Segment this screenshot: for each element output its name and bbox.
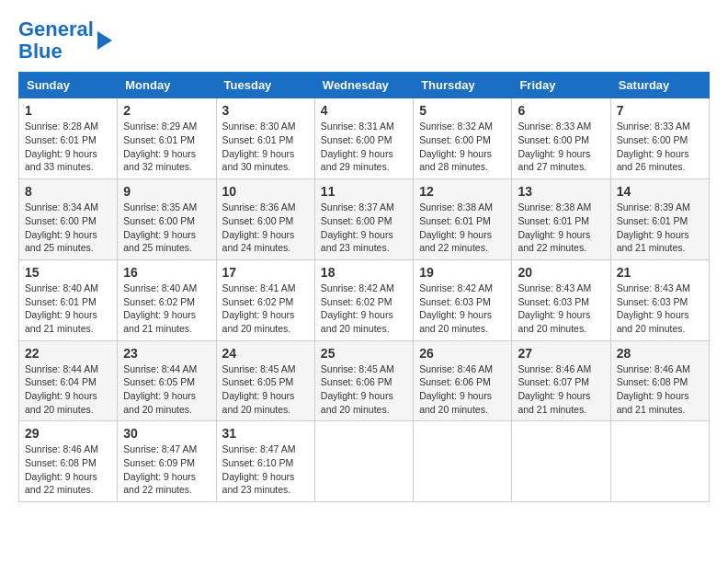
day-number: 9 bbox=[123, 184, 210, 199]
day-number: 15 bbox=[25, 265, 111, 280]
day-info: Sunrise: 8:28 AM Sunset: 6:01 PM Dayligh… bbox=[25, 120, 111, 174]
day-info: Sunrise: 8:46 AM Sunset: 6:06 PM Dayligh… bbox=[419, 362, 506, 417]
day-info: Sunrise: 8:30 AM Sunset: 6:01 PM Dayligh… bbox=[222, 120, 309, 174]
day-number: 22 bbox=[25, 346, 111, 361]
calendar-day-cell: 12 Sunrise: 8:38 AM Sunset: 6:01 PM Dayl… bbox=[414, 179, 512, 260]
calendar-week-row: 1 Sunrise: 8:28 AM Sunset: 6:01 PM Dayli… bbox=[19, 98, 710, 179]
day-info: Sunrise: 8:43 AM Sunset: 6:03 PM Dayligh… bbox=[617, 282, 703, 336]
day-info: Sunrise: 8:42 AM Sunset: 6:03 PM Dayligh… bbox=[419, 282, 506, 336]
day-number: 30 bbox=[123, 426, 210, 441]
day-info: Sunrise: 8:46 AM Sunset: 6:08 PM Dayligh… bbox=[25, 442, 111, 497]
day-info: Sunrise: 8:37 AM Sunset: 6:00 PM Dayligh… bbox=[321, 201, 407, 255]
day-number: 4 bbox=[321, 103, 407, 118]
day-info: Sunrise: 8:47 AM Sunset: 6:09 PM Dayligh… bbox=[123, 442, 210, 497]
calendar-day-cell: 28 Sunrise: 8:46 AM Sunset: 6:08 PM Dayl… bbox=[610, 340, 709, 421]
calendar-day-cell: 19 Sunrise: 8:42 AM Sunset: 6:03 PM Dayl… bbox=[414, 259, 512, 340]
day-number: 14 bbox=[617, 184, 703, 199]
empty-cell bbox=[610, 421, 709, 502]
calendar-week-row: 15 Sunrise: 8:40 AM Sunset: 6:01 PM Dayl… bbox=[19, 259, 710, 340]
day-info: Sunrise: 8:40 AM Sunset: 6:02 PM Dayligh… bbox=[123, 282, 210, 336]
column-header-tuesday: Tuesday bbox=[216, 73, 314, 98]
day-info: Sunrise: 8:45 AM Sunset: 6:05 PM Dayligh… bbox=[222, 362, 309, 417]
day-info: Sunrise: 8:44 AM Sunset: 6:05 PM Dayligh… bbox=[123, 362, 210, 417]
calendar-day-cell: 26 Sunrise: 8:46 AM Sunset: 6:06 PM Dayl… bbox=[414, 340, 512, 421]
calendar-day-cell: 9 Sunrise: 8:35 AM Sunset: 6:00 PM Dayli… bbox=[118, 179, 216, 260]
day-number: 7 bbox=[617, 103, 703, 118]
day-number: 29 bbox=[25, 426, 111, 441]
logo: General Blue bbox=[18, 18, 112, 63]
day-number: 12 bbox=[419, 184, 506, 199]
day-info: Sunrise: 8:32 AM Sunset: 6:00 PM Dayligh… bbox=[419, 120, 506, 174]
column-header-sunday: Sunday bbox=[19, 73, 118, 98]
day-number: 5 bbox=[419, 103, 506, 118]
day-info: Sunrise: 8:33 AM Sunset: 6:00 PM Dayligh… bbox=[518, 120, 604, 174]
day-number: 31 bbox=[222, 426, 309, 441]
column-header-thursday: Thursday bbox=[414, 73, 512, 98]
day-info: Sunrise: 8:33 AM Sunset: 6:00 PM Dayligh… bbox=[617, 120, 703, 174]
calendar-day-cell: 23 Sunrise: 8:44 AM Sunset: 6:05 PM Dayl… bbox=[118, 340, 216, 421]
day-info: Sunrise: 8:40 AM Sunset: 6:01 PM Dayligh… bbox=[25, 282, 111, 336]
day-info: Sunrise: 8:36 AM Sunset: 6:00 PM Dayligh… bbox=[222, 201, 309, 255]
calendar-week-row: 22 Sunrise: 8:44 AM Sunset: 6:04 PM Dayl… bbox=[19, 340, 710, 421]
day-info: Sunrise: 8:34 AM Sunset: 6:00 PM Dayligh… bbox=[25, 201, 111, 255]
column-header-monday: Monday bbox=[118, 73, 216, 98]
day-number: 11 bbox=[321, 184, 407, 199]
calendar-day-cell: 7 Sunrise: 8:33 AM Sunset: 6:00 PM Dayli… bbox=[610, 98, 709, 179]
day-number: 16 bbox=[123, 265, 210, 280]
calendar-day-cell: 10 Sunrise: 8:36 AM Sunset: 6:00 PM Dayl… bbox=[216, 179, 314, 260]
day-number: 26 bbox=[419, 346, 506, 361]
calendar-day-cell: 30 Sunrise: 8:47 AM Sunset: 6:09 PM Dayl… bbox=[118, 421, 216, 502]
day-number: 18 bbox=[321, 265, 407, 280]
calendar-day-cell: 13 Sunrise: 8:38 AM Sunset: 6:01 PM Dayl… bbox=[512, 179, 610, 260]
day-number: 1 bbox=[25, 103, 111, 118]
calendar-day-cell: 11 Sunrise: 8:37 AM Sunset: 6:00 PM Dayl… bbox=[314, 179, 413, 260]
calendar-day-cell: 22 Sunrise: 8:44 AM Sunset: 6:04 PM Dayl… bbox=[19, 340, 118, 421]
day-number: 24 bbox=[222, 346, 309, 361]
day-info: Sunrise: 8:38 AM Sunset: 6:01 PM Dayligh… bbox=[518, 201, 604, 255]
calendar-table: SundayMondayTuesdayWednesdayThursdayFrid… bbox=[18, 72, 710, 502]
day-number: 13 bbox=[518, 184, 604, 199]
calendar-day-cell: 5 Sunrise: 8:32 AM Sunset: 6:00 PM Dayli… bbox=[414, 98, 512, 179]
day-number: 8 bbox=[25, 184, 111, 199]
day-number: 27 bbox=[518, 346, 604, 361]
day-number: 23 bbox=[123, 346, 210, 361]
day-number: 21 bbox=[617, 265, 703, 280]
logo-line1: General bbox=[18, 18, 94, 40]
day-number: 25 bbox=[321, 346, 407, 361]
day-number: 19 bbox=[419, 265, 506, 280]
day-number: 17 bbox=[222, 265, 309, 280]
calendar-day-cell: 17 Sunrise: 8:41 AM Sunset: 6:02 PM Dayl… bbox=[216, 259, 314, 340]
day-number: 3 bbox=[222, 103, 309, 118]
day-info: Sunrise: 8:38 AM Sunset: 6:01 PM Dayligh… bbox=[419, 201, 506, 255]
column-header-wednesday: Wednesday bbox=[314, 73, 413, 98]
day-info: Sunrise: 8:46 AM Sunset: 6:07 PM Dayligh… bbox=[518, 362, 604, 417]
calendar-day-cell: 16 Sunrise: 8:40 AM Sunset: 6:02 PM Dayl… bbox=[118, 259, 216, 340]
empty-cell bbox=[512, 421, 610, 502]
calendar-day-cell: 27 Sunrise: 8:46 AM Sunset: 6:07 PM Dayl… bbox=[512, 340, 610, 421]
day-number: 2 bbox=[123, 103, 210, 118]
day-info: Sunrise: 8:46 AM Sunset: 6:08 PM Dayligh… bbox=[617, 362, 703, 417]
calendar-header-row: SundayMondayTuesdayWednesdayThursdayFrid… bbox=[19, 73, 710, 98]
calendar-day-cell: 18 Sunrise: 8:42 AM Sunset: 6:02 PM Dayl… bbox=[314, 259, 413, 340]
day-number: 28 bbox=[617, 346, 703, 361]
calendar-day-cell: 4 Sunrise: 8:31 AM Sunset: 6:00 PM Dayli… bbox=[314, 98, 413, 179]
calendar-day-cell: 1 Sunrise: 8:28 AM Sunset: 6:01 PM Dayli… bbox=[19, 98, 118, 179]
calendar-day-cell: 8 Sunrise: 8:34 AM Sunset: 6:00 PM Dayli… bbox=[19, 179, 118, 260]
day-number: 6 bbox=[518, 103, 604, 118]
day-info: Sunrise: 8:31 AM Sunset: 6:00 PM Dayligh… bbox=[321, 120, 407, 174]
calendar-day-cell: 6 Sunrise: 8:33 AM Sunset: 6:00 PM Dayli… bbox=[512, 98, 610, 179]
empty-cell bbox=[414, 421, 512, 502]
calendar-day-cell: 20 Sunrise: 8:43 AM Sunset: 6:03 PM Dayl… bbox=[512, 259, 610, 340]
day-info: Sunrise: 8:42 AM Sunset: 6:02 PM Dayligh… bbox=[321, 282, 407, 336]
day-info: Sunrise: 8:45 AM Sunset: 6:06 PM Dayligh… bbox=[321, 362, 407, 417]
calendar-day-cell: 2 Sunrise: 8:29 AM Sunset: 6:01 PM Dayli… bbox=[118, 98, 216, 179]
day-number: 20 bbox=[518, 265, 604, 280]
calendar-day-cell: 3 Sunrise: 8:30 AM Sunset: 6:01 PM Dayli… bbox=[216, 98, 314, 179]
day-number: 10 bbox=[222, 184, 309, 199]
calendar-day-cell: 25 Sunrise: 8:45 AM Sunset: 6:06 PM Dayl… bbox=[314, 340, 413, 421]
calendar-day-cell: 21 Sunrise: 8:43 AM Sunset: 6:03 PM Dayl… bbox=[610, 259, 709, 340]
column-header-friday: Friday bbox=[512, 73, 610, 98]
calendar-week-row: 29 Sunrise: 8:46 AM Sunset: 6:08 PM Dayl… bbox=[19, 421, 710, 502]
calendar-day-cell: 29 Sunrise: 8:46 AM Sunset: 6:08 PM Dayl… bbox=[19, 421, 118, 502]
calendar-day-cell: 14 Sunrise: 8:39 AM Sunset: 6:01 PM Dayl… bbox=[610, 179, 709, 260]
